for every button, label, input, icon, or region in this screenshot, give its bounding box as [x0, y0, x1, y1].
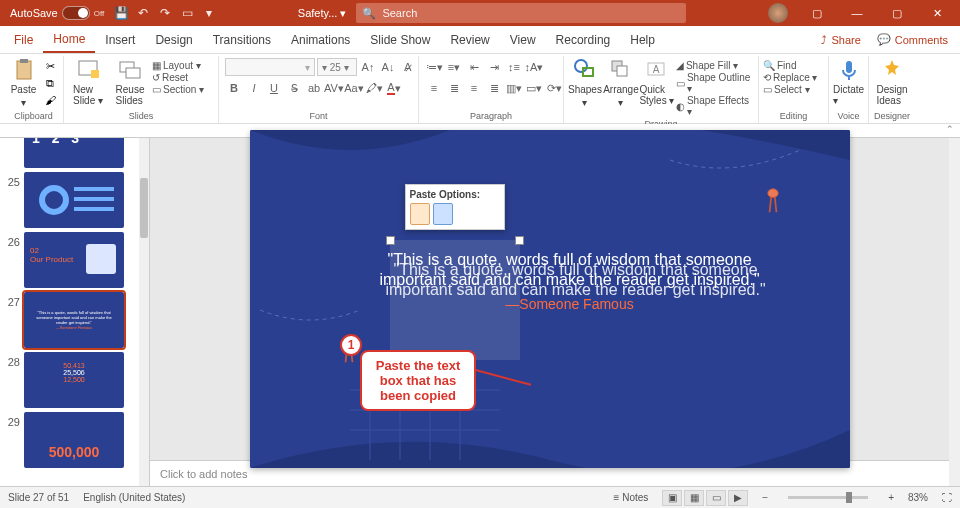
decrease-font-icon[interactable]: A↓ [379, 58, 397, 76]
align-right-icon[interactable]: ≡ [465, 79, 483, 97]
align-left-icon[interactable]: ≡ [425, 79, 443, 97]
font-color-icon[interactable]: A▾ [385, 79, 403, 97]
columns-icon[interactable]: ▥▾ [505, 79, 523, 97]
paste-picture-icon[interactable] [433, 203, 453, 225]
quick-styles-button[interactable]: A Quick Styles ▾ [640, 58, 674, 106]
shape-effects-button[interactable]: ◐ Shape Effects ▾ [676, 95, 754, 117]
tab-insert[interactable]: Insert [95, 26, 145, 53]
indent-decrease-icon[interactable]: ⇤ [465, 58, 483, 76]
arrange-button[interactable]: Arrange▾ [604, 58, 638, 108]
toggle-switch[interactable] [62, 6, 90, 20]
bold-icon[interactable]: B [225, 79, 243, 97]
notes-toggle[interactable]: ≡ Notes [614, 492, 649, 503]
language-status[interactable]: English (United States) [83, 492, 185, 503]
italic-icon[interactable]: I [245, 79, 263, 97]
font-size-combo[interactable]: ▾ 25 ▾ [317, 58, 357, 76]
new-slide-button[interactable]: New Slide ▾ [68, 58, 108, 106]
indent-increase-icon[interactable]: ⇥ [485, 58, 503, 76]
shapes-button[interactable]: Shapes▾ [568, 58, 602, 108]
shadow-icon[interactable]: ab [305, 79, 323, 97]
slide-thumbnail-28[interactable]: 28 50,41325,50612,500 [0, 352, 140, 408]
reuse-slides-button[interactable]: Reuse Slides [110, 58, 150, 106]
tab-transitions[interactable]: Transitions [203, 26, 281, 53]
clear-format-icon[interactable]: A̷ [399, 58, 417, 76]
smartart-convert-icon[interactable]: ⟳▾ [545, 79, 563, 97]
tab-home[interactable]: Home [43, 26, 95, 53]
align-text-icon[interactable]: ▭▾ [525, 79, 543, 97]
justify-icon[interactable]: ≣ [485, 79, 503, 97]
format-painter-icon[interactable]: 🖌 [41, 92, 59, 108]
underline-icon[interactable]: U [265, 79, 283, 97]
reading-view-icon[interactable]: ▭ [706, 490, 726, 506]
cut-icon[interactable]: ✂ [41, 58, 59, 74]
line-spacing-icon[interactable]: ↕≡ [505, 58, 523, 76]
numbering-icon[interactable]: ≡▾ [445, 58, 463, 76]
tab-design[interactable]: Design [145, 26, 202, 53]
slide-thumbnail-24[interactable]: 1 2 3 [0, 138, 140, 168]
highlight-icon[interactable]: 🖍▾ [365, 79, 383, 97]
paste-button[interactable]: Paste▾ [8, 58, 39, 108]
slide-stage[interactable]: "This is a quote, words full of wisdom t… [150, 138, 949, 460]
select-button[interactable]: ▭ Select ▾ [763, 84, 817, 95]
canvas-scrollbar[interactable] [949, 138, 960, 486]
qat-dropdown-icon[interactable]: ▾ [200, 4, 218, 22]
fit-to-window-icon[interactable]: ⛶ [942, 492, 952, 503]
slide-thumbnail-27[interactable]: 27 "This is a quote, words full of wisdo… [0, 292, 140, 348]
tab-file[interactable]: File [4, 26, 43, 53]
undo-icon[interactable]: ↶ [134, 4, 152, 22]
share-button[interactable]: ⤴ Share [813, 26, 868, 53]
section-button[interactable]: ▭ Section ▾ [152, 84, 204, 95]
close-button[interactable]: ✕ [918, 0, 956, 26]
shape-fill-button[interactable]: ◢ Shape Fill ▾ [676, 60, 754, 71]
dictate-button[interactable]: Dictate ▾ [833, 58, 864, 106]
font-family-combo[interactable]: ▾ [225, 58, 315, 76]
copy-icon[interactable]: ⧉ [41, 75, 59, 91]
slideshow-start-icon[interactable]: ▭ [178, 4, 196, 22]
align-center-icon[interactable]: ≣ [445, 79, 463, 97]
slide-thumbnail-29[interactable]: 29 500,000 [0, 412, 140, 468]
zoom-out-icon[interactable]: − [762, 492, 768, 503]
change-case-icon[interactable]: Aa▾ [345, 79, 363, 97]
slide-canvas[interactable]: "This is a quote, words full of wisdom t… [250, 130, 850, 468]
ribbon-mode-icon[interactable]: ▢ [798, 0, 836, 26]
comments-button[interactable]: 💬 Comments [869, 26, 956, 53]
tab-slideshow[interactable]: Slide Show [360, 26, 440, 53]
zoom-slider[interactable] [788, 496, 868, 499]
strikethrough-icon[interactable]: S̶ [285, 79, 303, 97]
thumbnail-panel[interactable]: 1 2 3 25 26 02Our Product 27 "This is a … [0, 138, 150, 486]
tab-review[interactable]: Review [440, 26, 499, 53]
thumbnail-scrollbar[interactable] [139, 138, 149, 486]
redo-icon[interactable]: ↷ [156, 4, 174, 22]
document-name[interactable]: Safety... ▾ [294, 5, 351, 22]
slide-thumbnail-26[interactable]: 26 02Our Product [0, 232, 140, 288]
char-spacing-icon[interactable]: AV▾ [325, 79, 343, 97]
zoom-level[interactable]: 83% [908, 492, 928, 503]
search-input[interactable]: 🔍 Search [356, 3, 686, 23]
slide-thumbnail-25[interactable]: 25 [0, 172, 140, 228]
user-avatar[interactable] [768, 3, 788, 23]
layout-button[interactable]: ▦ Layout ▾ [152, 60, 204, 71]
slideshow-view-icon[interactable]: ▶ [728, 490, 748, 506]
tab-recording[interactable]: Recording [546, 26, 621, 53]
tab-animations[interactable]: Animations [281, 26, 360, 53]
save-icon[interactable]: 💾 [112, 4, 130, 22]
sorter-view-icon[interactable]: ▦ [684, 490, 704, 506]
bullets-icon[interactable]: ≔▾ [425, 58, 443, 76]
find-button[interactable]: 🔍 Find [763, 60, 817, 71]
design-ideas-button[interactable]: Design Ideas [873, 58, 911, 106]
autosave-toggle[interactable]: AutoSave Off [4, 6, 110, 20]
normal-view-icon[interactable]: ▣ [662, 490, 682, 506]
tab-help[interactable]: Help [620, 26, 665, 53]
zoom-in-icon[interactable]: + [888, 492, 894, 503]
tab-view[interactable]: View [500, 26, 546, 53]
reset-button[interactable]: ↺ Reset [152, 72, 204, 83]
replace-button[interactable]: ⟲ Replace ▾ [763, 72, 817, 83]
paste-keep-source-icon[interactable] [410, 203, 430, 225]
text-direction-icon[interactable]: ↕A▾ [525, 58, 543, 76]
shape-outline-button[interactable]: ▭ Shape Outline ▾ [676, 72, 754, 94]
maximize-button[interactable]: ▢ [878, 0, 916, 26]
minimize-button[interactable]: — [838, 0, 876, 26]
increase-font-icon[interactable]: A↑ [359, 58, 377, 76]
paste-options-popup[interactable]: Paste Options: [405, 184, 505, 230]
quote-text-box[interactable]: "This is a quote, words full of wisdom t… [370, 250, 770, 312]
